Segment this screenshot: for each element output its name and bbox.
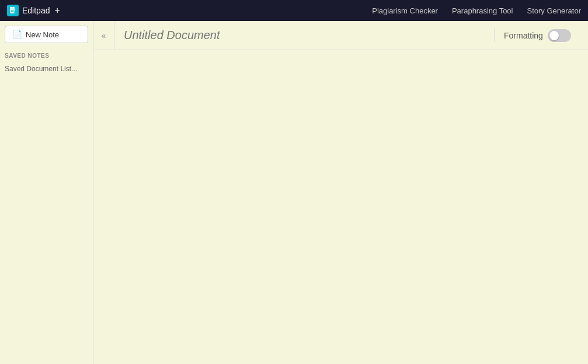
new-note-icon: 📄 <box>12 30 22 39</box>
app-logo <box>7 5 19 16</box>
top-nav: Editpad + Plagiarism Checker Paraphrasin… <box>0 0 588 21</box>
saved-document-list[interactable]: Saved Document List... <box>5 64 88 74</box>
add-icon[interactable]: + <box>54 5 60 16</box>
content-area: « Formatting <box>93 21 588 364</box>
document-header: « Formatting <box>93 21 588 50</box>
svg-rect-2 <box>11 10 14 10</box>
formatting-area: Formatting <box>495 29 588 42</box>
nav-plagiarism-checker[interactable]: Plagiarism Checker <box>372 6 438 15</box>
formatting-label: Formatting <box>504 31 543 40</box>
svg-rect-3 <box>11 11 13 12</box>
formatting-toggle[interactable] <box>548 29 571 42</box>
top-nav-links: Plagiarism Checker Paraphrasing Tool Sto… <box>372 6 581 15</box>
collapse-button[interactable]: « <box>93 21 114 50</box>
document-title-input[interactable] <box>124 29 485 42</box>
document-title-area <box>114 29 495 42</box>
toggle-track <box>548 29 571 42</box>
app-title: Editpad <box>22 6 50 15</box>
sidebar: 📄 New Note SAVED NOTES Saved Document Li… <box>0 21 93 364</box>
collapse-icon: « <box>102 31 106 40</box>
new-note-label: New Note <box>26 30 59 39</box>
app-brand: Editpad + <box>7 5 60 16</box>
svg-rect-1 <box>11 9 14 9</box>
nav-paraphrasing-tool[interactable]: Paraphrasing Tool <box>452 6 513 15</box>
saved-notes-heading: SAVED NOTES <box>5 52 88 59</box>
main-layout: 📄 New Note SAVED NOTES Saved Document Li… <box>0 21 588 364</box>
document-body[interactable] <box>93 50 588 364</box>
nav-story-generator[interactable]: Story Generator <box>527 6 582 15</box>
new-note-button[interactable]: 📄 New Note <box>5 26 88 43</box>
toggle-thumb <box>549 31 559 40</box>
